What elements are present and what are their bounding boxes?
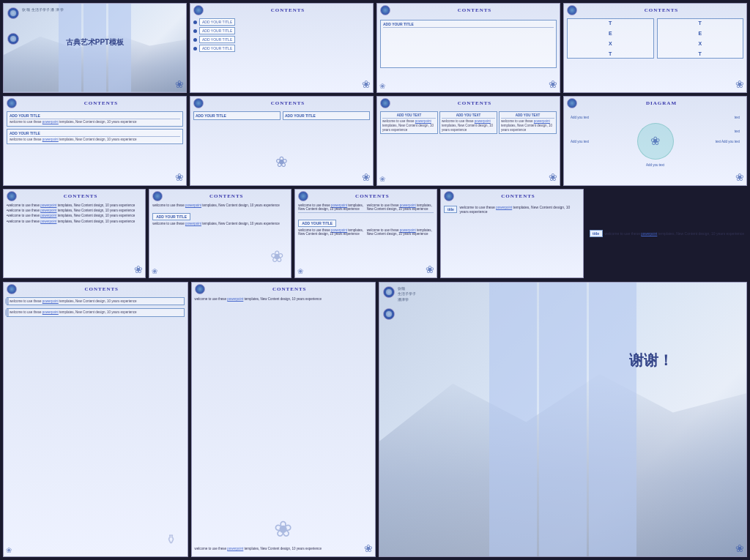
slide5-box1-text: welcome to use these powerpoint template… [10,120,180,124]
slide-5[interactable]: CONTENTS ADD YOUR TITLE welcome to use t… [3,96,187,186]
slide8-title: DIAGRAM [579,100,743,106]
slide6-title: CONTENTS [206,100,370,106]
slide9-b3: •welcome to use these powerpoint templat… [7,214,142,218]
cover-cn-subtitle: 饮 颂 生活子学子 潘 津 学 [22,7,64,13]
slide-11[interactable]: CONTENTS welcome to use these powerpoint… [294,189,437,279]
slide7-col1-text: welcome to use these powerpoint template… [382,119,436,132]
slide-10[interactable]: CONTENTS welcome to use these powerpoint… [149,189,292,279]
floral-corner-7: ❀ [549,171,557,183]
slide12-label1: title [444,206,457,213]
ty-circle-1 [383,286,395,298]
floral-corner-9: ❀ [134,264,143,275]
stripe-1 [59,4,81,92]
slide11-header: CONTENTS [295,190,437,203]
slide5-icon [7,98,17,108]
slide4-col2: T E X T [657,18,744,59]
slide7-col2-text: welcome to use these powerpoint template… [442,119,495,132]
floral-corner-5: ❀ [175,171,184,183]
list-item-2: ADD YOUR TITLE [193,27,370,34]
slide11-divider [298,212,434,213]
slide3-icon [380,5,390,15]
floral-center-6: ❀ [275,153,288,171]
slide10-title: CONTENTS [165,193,288,199]
slide6-header: CONTENTS [190,97,373,110]
slide6-twocol: ADD YOUR TITLE ADD YOUR TITLE [193,111,370,120]
dot-4 [193,47,197,51]
slide6-col2-title: ADD YOUR TITLE [285,113,368,118]
slide6-icon [193,98,204,108]
diagram-label-tr: text [735,116,740,119]
list-text-4: ADD YOUR TITLE [199,45,235,52]
slide14-title: CONTENTS [207,286,373,292]
slide9-bt2: •welcome to use these powerpoint templat… [7,209,135,213]
ty-stripe-1 [489,283,537,557]
slide2-icon [193,5,204,15]
slide5-box2-title: ADD YOUR TITLE [10,131,180,137]
slide3-header: CONTENTS [377,4,560,17]
slide9-b1: •welcome to use these powerpoint templat… [7,204,142,208]
slide4-header: CONTENTS [564,4,746,17]
slide11-col2: welcome to use these powerpoint template… [367,204,434,211]
slide11-top-row: welcome to use these powerpoint template… [298,204,434,211]
slide12-icon [444,191,454,201]
slide7-col2: ADD YOU TEXT welcome to use these powerp… [439,111,497,135]
slide14-text2: welcome to use these powerpoint template… [195,547,373,550]
slide-3[interactable]: CONTENTS ADD YOUR TITLE ❀ ❀ [376,3,560,93]
slide13-icon [7,284,17,294]
slide9-bt3: •welcome to use these powerpoint templat… [7,214,135,218]
slide13-text2: welcome to use these powerpoint template… [10,310,182,315]
row-2: CONTENTS ADD YOUR TITLE welcome to use t… [3,96,747,186]
floral-corner-3: ❀ [549,78,557,90]
slide3-box: ADD YOUR TITLE [380,20,557,68]
slide-6[interactable]: CONTENTS ADD YOUR TITLE ADD YOUR TITLE ❀… [190,96,374,186]
slide10-pill: ADD YOUR TITLE [152,213,190,220]
slide-4[interactable]: CONTENTS T E X T T E X T ❀ [563,3,747,93]
main-container: 饮 颂 生活子学子 潘 津 学 古典艺术PPT模板 ❀ CONTENTS ADD… [0,0,750,560]
slide10-header: CONTENTS [149,190,291,203]
slide-12[interactable]: CONTENTS title welcome to use these powe… [440,189,583,279]
ty-subtitle: 饮颂生活子学子潘津学 [398,286,416,303]
vase-ornament-13: ⚱ [166,531,177,548]
slide8-icon [567,98,577,108]
dot-1 [193,20,197,24]
slide-2[interactable]: CONTENTS ADD YOUR TITLE ADD YOUR TITLE A… [190,3,374,93]
slide-7[interactable]: CONTENTS ADD YOU TEXT welcome to use the… [376,96,560,186]
slide12-text1: welcome to use these powerpoint template… [459,205,579,214]
slide13-header: CONTENTS [4,283,188,296]
slide-cover[interactable]: 饮 颂 生活子学子 潘 津 学 古典艺术PPT模板 ❀ [3,3,187,93]
slide8-diagram: ❀ Add you text text Add you text text Ad… [567,112,743,171]
slide7-title: CONTENTS [393,100,557,106]
floral-corner-11-left: ❀ [297,267,303,275]
row-1: 饮 颂 生活子学子 潘 津 学 古典艺术PPT模板 ❀ CONTENTS ADD… [3,3,747,93]
slide5-box1: ADD YOUR TITLE welcome to use these powe… [7,111,183,127]
slide12-header: CONTENTS [441,190,582,203]
slide7-col1: ADD YOU TEXT welcome to use these powerp… [380,111,438,135]
slide7-header: CONTENTS [377,97,560,110]
slide-8[interactable]: DIAGRAM ❀ Add you text text Add you text… [563,96,747,186]
floral-corner-10-left: ❀ [152,267,157,275]
list-text-2: ADD YOUR TITLE [199,27,235,34]
slide9-bt4: •welcome to use these powerpoint templat… [7,220,135,224]
slide-14[interactable]: CONTENTS welcome to use these powerpoint… [191,282,376,558]
slide5-box1-title: ADD YOUR TITLE [10,113,180,119]
slide13-title: CONTENTS [19,286,185,292]
list-item-4: ADD YOUR TITLE [193,45,370,52]
floral-corner-8: ❀ [735,171,744,183]
slide13-scroll1: welcome to use these powerpoint template… [7,297,185,306]
diagram-label-mr2: text [735,130,740,133]
diagram-label-tl: Add you text [571,116,589,119]
slide-13[interactable]: CONTENTS welcome to use these powerpoint… [3,282,188,558]
slide8-header: DIAGRAM [564,97,746,110]
slide12-title: CONTENTS [456,193,579,199]
slide4-cols: T E X T T E X T [567,18,743,59]
ty-text: 谢谢！ [629,351,673,370]
ty-circle-2 [383,308,395,320]
list-item-1: ADD YOUR TITLE [193,18,370,26]
slide13-scroll2: welcome to use these powerpoint template… [7,308,185,317]
slide-thankyou[interactable]: 饮颂生活子学子潘津学 谢谢！ ❀ [379,282,747,558]
slide-9[interactable]: CONTENTS •welcome to use these powerpoin… [3,189,146,279]
slide6-col1-title: ADD YOUR TITLE [196,113,278,118]
slide3-box-title: ADD YOUR TITLE [383,22,554,28]
row-3: CONTENTS •welcome to use these powerpoin… [3,189,747,279]
floral-corner-ty: ❀ [735,542,744,554]
